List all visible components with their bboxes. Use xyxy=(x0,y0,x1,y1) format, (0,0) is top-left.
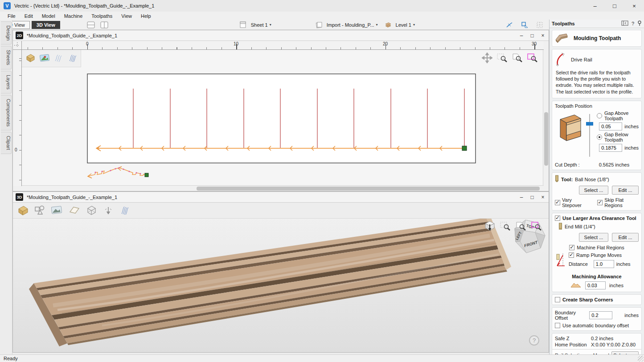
view-2d-close-button[interactable]: × xyxy=(540,33,546,39)
tool-label: Tool: xyxy=(561,177,573,182)
minimize-button[interactable]: – xyxy=(585,0,605,12)
clearance-edit-button[interactable]: Edit ... xyxy=(612,233,639,242)
canvas-2d[interactable] xyxy=(22,50,544,186)
vectors-visibility-icon[interactable] xyxy=(33,204,46,217)
sidebar-tab-clipart[interactable]: Clipart xyxy=(1,132,12,154)
pan-icon[interactable] xyxy=(481,52,493,64)
view-2d-minimize-button[interactable]: – xyxy=(518,33,525,39)
home-position-value: X:0.00 Y:0.00 Z:0.80 xyxy=(591,342,636,347)
sidebar-tab-sheets[interactable]: Sheets xyxy=(1,46,12,69)
menu-edit[interactable]: Edit xyxy=(21,12,37,20)
toolpath-drawing-icon[interactable] xyxy=(68,53,78,64)
profile-end-node[interactable] xyxy=(145,173,148,177)
menu-machine[interactable]: Machine xyxy=(60,12,87,20)
grid-snap-icon[interactable] xyxy=(535,21,545,29)
status-text: Ready xyxy=(4,356,18,361)
pin-panel-icon[interactable] xyxy=(637,20,642,27)
sidebar-tab-layers[interactable]: Layers xyxy=(1,71,12,94)
view-3d-minimize-button[interactable]: – xyxy=(518,194,525,200)
menu-help[interactable]: Help xyxy=(137,12,155,20)
bitmap-image-icon[interactable] xyxy=(39,53,50,63)
material-plane-icon[interactable] xyxy=(67,205,81,216)
maximize-button[interactable]: □ xyxy=(605,0,624,12)
clearance-select-button[interactable]: Select ... xyxy=(579,233,608,242)
material-box-wireframe-icon[interactable] xyxy=(85,204,98,217)
tool-select-button[interactable]: Select ... xyxy=(579,186,608,195)
material-block-icon[interactable] xyxy=(16,204,29,217)
menu-view[interactable]: View xyxy=(117,12,136,20)
smart-snapping-icon[interactable] xyxy=(520,21,529,29)
rail-selector-button[interactable]: Selector ... xyxy=(611,351,639,354)
gap-above-radio[interactable] xyxy=(597,113,602,118)
machining-allowance-input[interactable] xyxy=(585,281,606,289)
layout-vertical-split-icon[interactable] xyxy=(99,21,109,29)
toolpath-preview-icon[interactable] xyxy=(53,53,64,64)
close-button[interactable]: × xyxy=(624,0,644,12)
gap-below-input[interactable] xyxy=(599,144,622,152)
view-2d-titlebar[interactable]: 2D *Moulding_Toolpath_Guide_-_Example_1 … xyxy=(13,30,549,41)
left-tab-strip: Design Sheets Layers Components Clipart xyxy=(0,20,12,354)
machining-allowance-label: Machining Allowance xyxy=(555,274,639,279)
snap-geometry-icon[interactable] xyxy=(505,21,514,29)
main-toolbar: 2D View 3D View Sheet 1▾ Import - Mouldi… xyxy=(0,20,549,30)
layout-horizontal-split-icon[interactable] xyxy=(86,21,96,29)
menu-toolpaths[interactable]: Toolpaths xyxy=(87,12,116,20)
selection-end-node[interactable] xyxy=(462,146,467,150)
chevron-down-icon: ▾ xyxy=(376,23,378,27)
view-3d-close-button[interactable]: × xyxy=(540,194,546,200)
sidebar-tab-components[interactable]: Components xyxy=(1,95,12,130)
auto-boundary-checkbox[interactable] xyxy=(555,323,560,328)
resize-grip[interactable] xyxy=(638,356,644,362)
gap-below-radio[interactable] xyxy=(597,134,602,140)
drive-rail-description: Select the drive rails for the toolpath … xyxy=(556,69,638,95)
panel-title: Toolpaths xyxy=(552,21,575,26)
create-sharp-corners-checkbox[interactable] xyxy=(555,297,560,302)
skip-flat-regions-checkbox[interactable] xyxy=(597,200,603,205)
tool-edit-button[interactable]: Edit ... xyxy=(612,186,639,195)
position-slider[interactable] xyxy=(586,112,594,159)
view-3d-maximize-button[interactable]: □ xyxy=(529,194,535,200)
tab-3d-view[interactable]: 3D View xyxy=(32,21,60,29)
vertical-scrollbar-2d[interactable] xyxy=(543,50,549,186)
material-block-icon[interactable] xyxy=(25,53,36,64)
bitmap-image-icon[interactable] xyxy=(50,205,63,216)
zoom-selection-icon[interactable] xyxy=(526,52,538,64)
zoom-box-icon[interactable] xyxy=(496,52,508,64)
boundary-offset-input[interactable] xyxy=(589,311,612,319)
gap-above-input[interactable] xyxy=(599,122,622,130)
zoom-drawing-icon[interactable] xyxy=(511,52,523,64)
origin-position-icon[interactable] xyxy=(102,204,115,217)
horizontal-scroll-thumb[interactable] xyxy=(197,187,540,191)
import-dropdown[interactable]: Import - Moulding_P...▾ xyxy=(327,22,378,28)
zoom-box-icon[interactable] xyxy=(499,220,511,232)
canvas-3d[interactable]: TOP LEFT FRONT ? xyxy=(13,219,549,352)
help-button[interactable]: ? xyxy=(529,335,539,346)
sheet-dropdown[interactable]: Sheet 1▾ xyxy=(251,22,271,28)
collapse-panel-icon[interactable] xyxy=(621,20,628,27)
distance-input[interactable] xyxy=(594,260,614,268)
zoom-drawing-icon[interactable] xyxy=(515,220,527,232)
vary-stepover-checkbox[interactable] xyxy=(555,200,560,205)
view-3d-titlebar[interactable]: 3D *Moulding_Toolpath_Guide_-_Example_1 … xyxy=(13,192,549,203)
canvas-3d-nav xyxy=(484,220,542,232)
menu-file[interactable]: File xyxy=(4,12,20,20)
horizontal-scrollbar-2d[interactable] xyxy=(22,185,544,191)
ramp-plunge-checkbox[interactable] xyxy=(569,252,574,258)
set-view-down-icon[interactable] xyxy=(484,220,496,232)
view-2d-maximize-button[interactable]: □ xyxy=(529,33,535,39)
vectric-logo-icon: V xyxy=(4,2,11,9)
level-dropdown[interactable]: Level 1▾ xyxy=(396,22,415,28)
boundary-offset-unit: inches xyxy=(624,313,639,318)
drive-rail-label: Drive Rail xyxy=(571,57,592,62)
position-slider-handle[interactable] xyxy=(586,122,593,126)
menu-model[interactable]: Model xyxy=(38,12,59,20)
2d-badge-icon: 2D xyxy=(16,32,23,39)
vruler-label-0: 0 xyxy=(15,147,17,152)
sidebar-tab-design[interactable]: Design xyxy=(1,21,12,45)
zoom-selection-icon[interactable] xyxy=(530,220,542,232)
vertical-scroll-thumb[interactable] xyxy=(544,112,548,166)
toolpath-visibility-icon[interactable] xyxy=(119,205,131,216)
machine-flat-regions-checkbox[interactable] xyxy=(569,245,574,250)
use-clearance-tool-checkbox[interactable] xyxy=(555,216,560,221)
panel-help-icon[interactable]: ? xyxy=(632,21,634,26)
